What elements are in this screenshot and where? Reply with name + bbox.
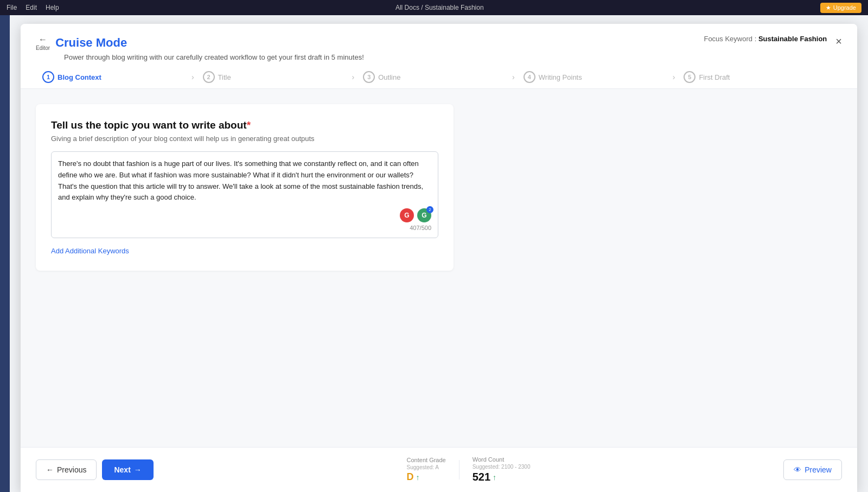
- step-title[interactable]: 2 Title ›: [199, 66, 359, 88]
- modal-overlay: ← Editor Cruise Mode Focus Keyword : Sus…: [10, 15, 868, 492]
- step-label-5: First Draft: [699, 73, 730, 81]
- modal-header: ← Editor Cruise Mode Focus Keyword : Sus…: [21, 24, 857, 89]
- back-arrow-icon: ←: [39, 35, 47, 44]
- menu-edit[interactable]: Edit: [25, 4, 37, 11]
- topic-textarea[interactable]: [58, 158, 431, 202]
- step-label-4: Writing Points: [539, 73, 582, 81]
- word-count-suggested: Suggested: 2100 - 2300: [473, 464, 531, 470]
- focus-keyword: Focus Keyword : Sustainable Fashion: [704, 35, 827, 43]
- topic-input-wrapper: G G 2 407/500: [51, 151, 438, 238]
- modal-body: Tell us the topic you want to write abou…: [21, 89, 857, 447]
- breadcrumb: All Docs / Sustainable Fashion: [395, 4, 484, 11]
- step-chevron-1: ›: [192, 73, 194, 81]
- word-count-metric: Word Count Suggested: 2100 - 2300 521 ↑: [473, 456, 531, 483]
- step-outline[interactable]: 3 Outline ›: [359, 66, 519, 88]
- step-chevron-2: ›: [352, 73, 355, 81]
- left-sidebar: [0, 15, 10, 492]
- menu-file[interactable]: File: [7, 4, 17, 11]
- content-grade-suggested: Suggested: A: [407, 464, 439, 470]
- star-icon: ★: [826, 4, 831, 11]
- preview-button[interactable]: 👁 Preview: [783, 459, 842, 480]
- modal-footer: ← Previous Next → Content Grade Suggeste…: [21, 447, 857, 492]
- section-title: Tell us the topic you want to write abou…: [51, 119, 438, 131]
- top-bar-menu: File Edit Help: [7, 4, 59, 11]
- grade-up-arrow-icon: ↑: [416, 473, 420, 482]
- header-right: Focus Keyword : Sustainable Fashion ×: [704, 35, 842, 47]
- top-bar: File Edit Help All Docs / Sustainable Fa…: [0, 0, 868, 15]
- content-grade-value: D ↑: [407, 471, 420, 483]
- topic-section-card: Tell us the topic you want to write abou…: [36, 104, 454, 271]
- modal-subtitle: Power through blog writing with our care…: [64, 53, 842, 61]
- upgrade-button[interactable]: ★ Upgrade: [820, 3, 861, 13]
- content-grade-label: Content Grade: [407, 457, 446, 463]
- step-number-4: 4: [524, 71, 535, 83]
- menu-help[interactable]: Help: [46, 4, 59, 11]
- cruise-mode-modal: ← Editor Cruise Mode Focus Keyword : Sus…: [21, 24, 857, 492]
- word-count-value: 521 ↑: [473, 471, 496, 483]
- preview-icon: 👁: [794, 465, 801, 474]
- word-count-label: Word Count: [473, 456, 505, 463]
- close-button[interactable]: ×: [835, 36, 842, 47]
- previous-button[interactable]: ← Previous: [36, 459, 97, 480]
- modal-title-area: ← Editor Cruise Mode: [36, 35, 127, 51]
- step-label-1: Blog Context: [58, 73, 101, 81]
- add-keywords-link[interactable]: Add Additional Keywords: [51, 247, 129, 255]
- modal-header-top: ← Editor Cruise Mode Focus Keyword : Sus…: [36, 35, 842, 51]
- footer-metrics: Content Grade Suggested: A D ↑ Word Coun…: [407, 456, 531, 483]
- content-grade-metric: Content Grade Suggested: A D ↑: [407, 457, 446, 483]
- next-arrow-icon: →: [134, 465, 142, 474]
- step-number-5: 5: [684, 71, 695, 83]
- step-blog-context[interactable]: 1 Blog Context ›: [38, 66, 199, 88]
- modal-title: Cruise Mode: [55, 36, 127, 50]
- step-number-1: 1: [42, 71, 54, 83]
- step-label-3: Outline: [378, 73, 400, 81]
- char-count: 407/500: [58, 225, 431, 231]
- footer-nav-buttons: ← Previous Next →: [36, 459, 154, 480]
- section-desc: Giving a brief description of your blog …: [51, 135, 438, 143]
- stepper: 1 Blog Context › 2 Title › 3 Outline › 4…: [36, 66, 842, 88]
- step-writing-points[interactable]: 4 Writing Points ›: [519, 66, 680, 88]
- step-first-draft[interactable]: 5 First Draft: [679, 66, 840, 88]
- wordcount-up-arrow-icon: ↑: [493, 473, 496, 482]
- step-number-2: 2: [203, 71, 215, 83]
- top-bar-right: ★ Upgrade: [820, 3, 861, 13]
- metrics-divider: [459, 460, 459, 480]
- icon-grammarly-green-wrapper: G 2: [417, 208, 431, 222]
- icon-grammarly-target: G: [400, 208, 414, 222]
- grammarly-icon: G: [400, 208, 414, 222]
- step-label-2: Title: [218, 73, 231, 81]
- editor-label: Editor: [36, 45, 50, 51]
- step-chevron-3: ›: [512, 73, 515, 81]
- back-button[interactable]: ← Editor: [36, 35, 50, 51]
- step-number-3: 3: [363, 71, 375, 83]
- required-star: *: [247, 119, 251, 131]
- next-button[interactable]: Next →: [102, 459, 153, 480]
- prev-arrow-icon: ←: [46, 465, 54, 474]
- step-chevron-4: ›: [673, 73, 675, 81]
- grammarly-badge: 2: [426, 206, 433, 213]
- textarea-footer: G G 2: [58, 208, 431, 222]
